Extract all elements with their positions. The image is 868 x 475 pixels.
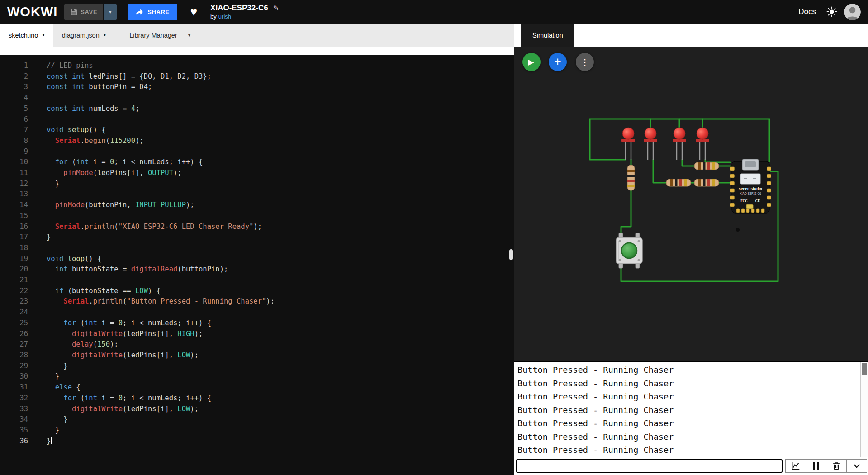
library-manager-button[interactable]: Library Manager ▾ <box>121 24 199 47</box>
sim-canvas[interactable]: ▶ + ⋮ <box>514 47 868 361</box>
code-line[interactable]: Serial.begin(115200); <box>47 136 514 147</box>
code-line[interactable]: // LED pins <box>47 61 514 71</box>
code-line[interactable]: for (int i = 0; i < numLeds; i++) { <box>47 157 514 168</box>
clear-button[interactable] <box>826 459 847 473</box>
resistor-1[interactable] <box>627 165 635 190</box>
add-part-button[interactable]: + <box>549 53 567 71</box>
code-line[interactable]: delay(150); <box>47 339 514 350</box>
serial-input[interactable] <box>516 459 783 473</box>
serial-output[interactable]: Button Pressed - Running ChaserButton Pr… <box>514 363 860 457</box>
line-number: 23 <box>0 296 28 307</box>
code-line[interactable]: const int ledPins[] = {D0, D1, D2, D3}; <box>47 71 514 82</box>
play-button[interactable]: ▶ <box>522 53 541 71</box>
author-link[interactable]: urish <box>218 13 231 20</box>
led-2[interactable] <box>644 128 657 160</box>
code-line[interactable]: } <box>47 371 514 382</box>
code-line[interactable]: } <box>47 232 514 243</box>
code-line[interactable]: digitalWrite(ledPins[i], HIGH); <box>47 329 514 340</box>
code-line[interactable] <box>47 189 514 200</box>
unsaved-dot: ● <box>42 33 44 37</box>
resistor-3[interactable] <box>666 179 691 186</box>
code-line[interactable] <box>47 307 514 318</box>
save-button[interactable]: SAVE <box>64 4 103 20</box>
code-line[interactable]: pinMode(ledPins[i], OUTPUT); <box>47 168 514 179</box>
unsaved-dot: ● <box>104 33 106 37</box>
serial-toolbar <box>514 457 868 475</box>
code-line[interactable]: digitalWrite(ledPins[i], LOW); <box>47 350 514 361</box>
line-number: 17 <box>0 232 28 243</box>
led-4[interactable] <box>696 128 709 160</box>
circuit-diagram[interactable]: seeed studio XIAO-ESP32-C6 FCC CE <box>514 47 868 361</box>
fcc-mark: FCC <box>740 199 747 203</box>
rename-project-button[interactable]: ✎ <box>273 4 279 12</box>
code-line[interactable]: } <box>47 436 514 447</box>
code-line[interactable]: } <box>47 179 514 190</box>
trash-icon <box>831 461 841 471</box>
sim-menu-button[interactable]: ⋮ <box>576 53 594 71</box>
theme-toggle-button[interactable] <box>826 6 837 17</box>
gutter: 1234567891011121314151617181920212223242… <box>0 61 33 475</box>
code-line[interactable]: digitalWrite(ledPins[i], LOW); <box>47 404 514 415</box>
pushbutton-cap[interactable] <box>621 243 637 258</box>
code-line[interactable]: if (buttonState == LOW) { <box>47 286 514 297</box>
code-line[interactable]: else { <box>47 382 514 393</box>
collapse-button[interactable] <box>846 459 867 473</box>
line-number: 34 <box>0 414 28 425</box>
resistor-4[interactable] <box>694 179 719 186</box>
code-line[interactable]: const int buttonPin = D4; <box>47 82 514 93</box>
line-number: 21 <box>0 275 28 286</box>
line-number: 28 <box>0 350 28 361</box>
code-line[interactable] <box>47 243 514 254</box>
plus-icon: + <box>554 55 561 69</box>
pause-button[interactable] <box>806 459 826 473</box>
line-number: 4 <box>0 93 28 104</box>
plot-button[interactable] <box>785 459 806 473</box>
user-avatar[interactable] <box>844 4 861 20</box>
serial-line: Button Pressed - Running Chaser <box>517 363 860 377</box>
code-line[interactable]: Serial.println("Button Pressed - Running… <box>47 296 514 307</box>
led-1[interactable] <box>621 128 635 160</box>
serial-scrollbar[interactable] <box>860 362 868 457</box>
led-3[interactable] <box>673 128 686 160</box>
line-number: 12 <box>0 179 28 190</box>
code-editor[interactable]: 1234567891011121314151617181920212223242… <box>0 55 514 475</box>
save-dropdown-button[interactable]: ▾ <box>104 4 117 20</box>
pushbutton[interactable] <box>616 233 642 268</box>
board-name-label: XIAO-ESP32-C6 <box>740 192 761 195</box>
favorite-button[interactable]: ♥ <box>188 5 200 18</box>
tab-simulation[interactable]: Simulation <box>521 24 574 47</box>
xiao-esp32c6-board[interactable]: seeed studio XIAO-ESP32-C6 FCC CE <box>730 159 771 213</box>
code-line[interactable]: for (int i = 0; i < numLeds; i++) { <box>47 393 514 404</box>
line-number: 26 <box>0 329 28 340</box>
code-line[interactable]: for (int i = 0; i < numLeds; i++) { <box>47 318 514 329</box>
resistor-2[interactable] <box>694 162 719 170</box>
code-line[interactable]: const int numLeds = 4; <box>47 104 514 114</box>
byline-label: by <box>210 13 217 20</box>
wokwi-app: WOKWI SAVE ▾ SHARE ♥ <box>0 0 868 475</box>
code-line[interactable] <box>47 114 514 125</box>
code-line[interactable] <box>47 211 514 222</box>
wokwi-logo[interactable]: WOKWI <box>7 5 57 19</box>
code-line[interactable]: void setup() { <box>47 125 514 136</box>
tab-sketch-ino[interactable]: sketch.ino ● <box>0 24 53 47</box>
kebab-menu-icon: ⋮ <box>581 57 589 67</box>
panel-resize-handle[interactable] <box>509 249 513 260</box>
code-line[interactable] <box>47 147 514 157</box>
code-line[interactable] <box>47 93 514 104</box>
code-line[interactable]: pinMode(buttonPin, INPUT_PULLUP); <box>47 200 514 211</box>
tab-diagram-json[interactable]: diagram.json ● <box>53 24 114 47</box>
code-line[interactable]: int buttonState = digitalRead(buttonPin)… <box>47 264 514 275</box>
scrollbar-thumb[interactable] <box>862 363 867 375</box>
line-number: 29 <box>0 361 28 372</box>
code-line[interactable]: } <box>47 425 514 436</box>
code-line[interactable]: } <box>47 361 514 372</box>
code-line[interactable]: Serial.println("XIAO ESP32-C6 LED Chaser… <box>47 222 514 233</box>
code-line[interactable]: void loop() { <box>47 254 514 265</box>
sim-tabbar: Simulation <box>514 24 868 47</box>
pause-icon <box>813 462 815 470</box>
save-label: SAVE <box>81 9 97 15</box>
code-line[interactable] <box>47 275 514 286</box>
code-line[interactable]: } <box>47 414 514 425</box>
docs-link[interactable]: Docs <box>798 7 816 16</box>
share-button[interactable]: SHARE <box>128 4 177 20</box>
